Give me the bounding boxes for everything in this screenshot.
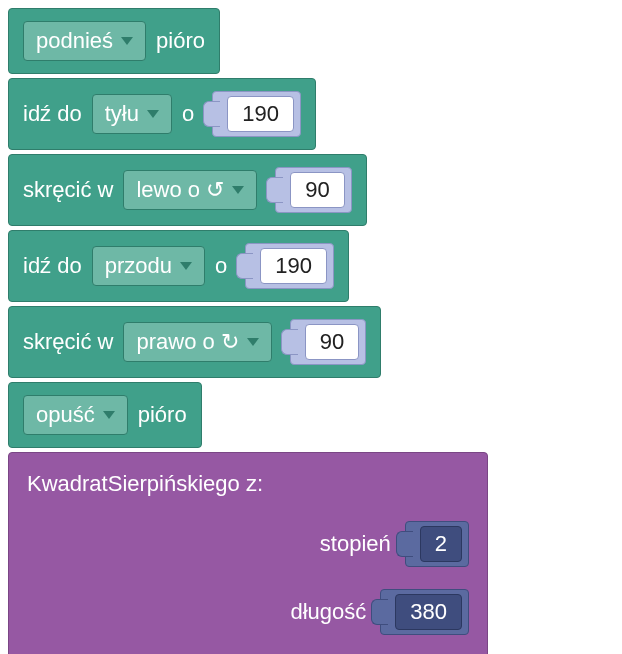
dropdown-label: przodu [105, 253, 172, 279]
chevron-down-icon [147, 110, 159, 118]
turn-right-block[interactable]: skręcić w prawo o ↻ 90 [8, 306, 381, 378]
turn-right-value[interactable]: 90 [305, 324, 359, 360]
pen-down-block[interactable]: opuść pióro [8, 382, 202, 448]
move-back-suffix: o [182, 101, 194, 127]
move-forward-block[interactable]: idź do przodu o 190 [8, 230, 349, 302]
pen-down-dropdown[interactable]: opuść [23, 395, 128, 435]
turn-right-prefix: skręcić w [23, 329, 113, 355]
dropdown-label: podnieś [36, 28, 113, 54]
turn-left-dropdown[interactable]: lewo o ↺ [123, 170, 257, 210]
move-back-block[interactable]: idź do tyłu o 190 [8, 78, 316, 150]
move-fwd-suffix: o [215, 253, 227, 279]
move-fwd-prefix: idź do [23, 253, 82, 279]
value-socket[interactable]: 380 [380, 589, 469, 635]
chevron-down-icon [247, 338, 259, 346]
turn-right-dropdown[interactable]: prawo o ↻ [123, 322, 271, 362]
function-call-block[interactable]: KwadratSierpińskiego z: stopień 2 długoś… [8, 452, 488, 654]
param-row: długość 380 [27, 583, 469, 641]
move-back-dropdown[interactable]: tyłu [92, 94, 172, 134]
value-socket[interactable]: 90 [290, 319, 366, 365]
pen-up-block[interactable]: podnieś pióro [8, 8, 220, 74]
move-back-prefix: idź do [23, 101, 82, 127]
function-call-title: KwadratSierpińskiego z: [27, 467, 263, 505]
pen-down-suffix: pióro [138, 402, 187, 428]
param-row: stopień 2 [27, 515, 469, 573]
pen-up-suffix: pióro [156, 28, 205, 54]
chevron-down-icon [180, 262, 192, 270]
dropdown-label: tyłu [105, 101, 139, 127]
move-fwd-value[interactable]: 190 [260, 248, 327, 284]
param-value[interactable]: 2 [420, 526, 462, 562]
dropdown-label: prawo o ↻ [136, 329, 238, 355]
chevron-down-icon [121, 37, 133, 45]
param-label: długość [290, 599, 366, 625]
turn-left-value[interactable]: 90 [290, 172, 344, 208]
pen-up-dropdown[interactable]: podnieś [23, 21, 146, 61]
block-stack: podnieś pióro idź do tyłu o 190 skręcić … [8, 8, 614, 654]
move-fwd-dropdown[interactable]: przodu [92, 246, 205, 286]
value-socket[interactable]: 90 [275, 167, 351, 213]
turn-left-block[interactable]: skręcić w lewo o ↺ 90 [8, 154, 367, 226]
value-socket[interactable]: 190 [212, 91, 301, 137]
turn-left-prefix: skręcić w [23, 177, 113, 203]
param-value[interactable]: 380 [395, 594, 462, 630]
dropdown-label: lewo o ↺ [136, 177, 224, 203]
dropdown-label: opuść [36, 402, 95, 428]
param-label: stopień [320, 531, 391, 557]
chevron-down-icon [232, 186, 244, 194]
move-back-value[interactable]: 190 [227, 96, 294, 132]
value-socket[interactable]: 190 [245, 243, 334, 289]
value-socket[interactable]: 2 [405, 521, 469, 567]
chevron-down-icon [103, 411, 115, 419]
